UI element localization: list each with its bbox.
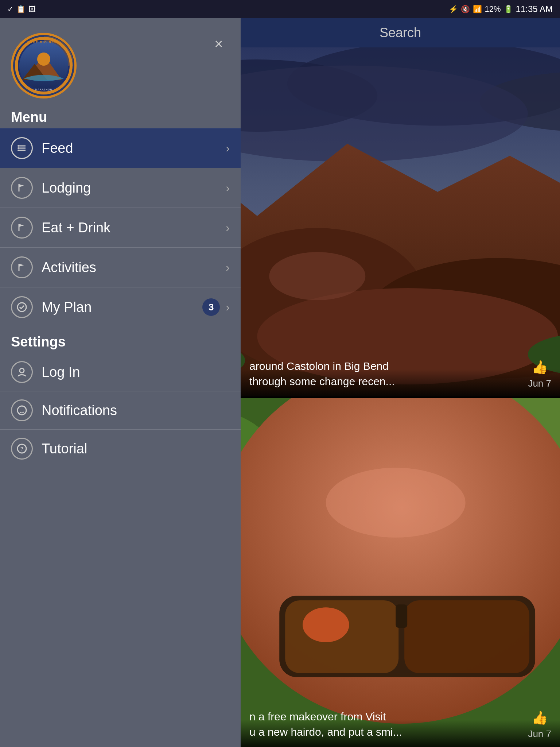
sidebar-item-lodging[interactable]: Lodging ›	[0, 168, 241, 208]
battery-indicator: 12%	[485, 4, 501, 14]
bluetooth-icon: ⚡	[449, 5, 458, 13]
svg-text:?: ?	[20, 446, 24, 452]
svg-rect-42	[404, 600, 529, 673]
sidebar: VISIT BIG BEND MARATHON × Menu Feed	[0, 18, 241, 747]
card-2-text: n a free makeover from Visit u a new hai…	[249, 709, 528, 740]
search-bar[interactable]: Search	[241, 18, 560, 47]
activities-flag-icon	[11, 256, 33, 278]
sidebar-item-eat-drink[interactable]: Eat + Drink ›	[0, 208, 241, 247]
settings-section: Settings Log In	[0, 330, 241, 468]
check-icon: ✓	[7, 5, 13, 13]
app-logo: VISIT BIG BEND MARATHON	[11, 33, 77, 98]
eat-drink-chevron: ›	[226, 221, 230, 235]
question-icon: ?	[11, 438, 33, 460]
tutorial-label: Tutorial	[42, 441, 87, 457]
settings-item-tutorial[interactable]: ? Tutorial	[0, 429, 241, 468]
login-label: Log In	[42, 364, 80, 380]
close-button[interactable]: ×	[208, 33, 230, 55]
clipboard-icon: 📋	[16, 5, 26, 13]
svg-point-10	[18, 145, 19, 147]
feed-card-2[interactable]: n a free makeover from Visit u a new hai…	[241, 398, 560, 747]
status-bar-right: ⚡ 🔇 📶 12% 🔋 11:35 AM	[449, 4, 553, 14]
like-icon-1[interactable]: 👍	[532, 360, 548, 375]
svg-point-17	[20, 368, 24, 373]
battery-icon: 🔋	[504, 5, 513, 13]
feed-chevron: ›	[226, 142, 230, 155]
svg-point-4	[37, 53, 50, 66]
settings-item-notifications[interactable]: Notifications	[0, 391, 241, 429]
search-label: Search	[380, 25, 421, 40]
signal-icon: 📶	[473, 5, 482, 13]
feed-label: Feed	[42, 140, 226, 156]
chat-icon	[11, 399, 33, 421]
activities-chevron: ›	[226, 261, 230, 274]
logo-area: VISIT BIG BEND MARATHON ×	[0, 18, 241, 106]
eat-drink-label: Eat + Drink	[42, 220, 226, 236]
content-area: Search	[241, 18, 560, 747]
main-layout: VISIT BIG BEND MARATHON × Menu Feed	[0, 18, 560, 747]
svg-point-12	[18, 150, 19, 151]
svg-text:MARATHON: MARATHON	[35, 88, 52, 91]
feed-container: around Castolon in Big Bend through some…	[241, 47, 560, 747]
sidebar-item-my-plan[interactable]: My Plan 3 ›	[0, 287, 241, 327]
eat-drink-flag-icon	[11, 217, 33, 239]
settings-item-login[interactable]: Log In	[0, 353, 241, 391]
lodging-flag-icon	[11, 177, 33, 199]
sidebar-item-feed[interactable]: Feed ›	[0, 128, 241, 168]
svg-point-41	[303, 607, 349, 642]
list-icon	[11, 137, 33, 159]
my-plan-badge: 3	[202, 298, 220, 316]
svg-text:VISIT BIG BEND: VISIT BIG BEND	[27, 40, 60, 44]
status-bar: ✓ 📋 🖼 ⚡ 🔇 📶 12% 🔋 11:35 AM	[0, 0, 560, 18]
my-plan-chevron: ›	[226, 301, 230, 314]
card-2-date: Jun 7	[528, 728, 551, 740]
image-icon: 🖼	[28, 5, 36, 13]
lodging-label: Lodging	[42, 180, 226, 196]
status-bar-left: ✓ 📋 🖼	[7, 5, 36, 13]
card-2-meta: 👍 Jun 7	[528, 710, 551, 740]
svg-point-11	[18, 147, 19, 149]
sidebar-item-activities[interactable]: Activities ›	[0, 247, 241, 287]
activities-label: Activities	[42, 260, 226, 275]
svg-point-32	[269, 252, 365, 300]
clock: 11:35 AM	[516, 4, 553, 14]
lodging-chevron: ›	[226, 181, 230, 195]
like-icon-2[interactable]: 👍	[532, 710, 548, 725]
card-2-overlay: n a free makeover from Visit u a new hai…	[241, 702, 560, 747]
notifications-label: Notifications	[42, 403, 117, 418]
settings-section-label: Settings	[0, 330, 241, 353]
my-plan-check-icon	[11, 296, 33, 318]
user-icon	[11, 361, 33, 383]
card-1-date: Jun 7	[528, 378, 551, 389]
svg-point-44	[326, 468, 466, 537]
mute-icon: 🔇	[461, 5, 470, 13]
my-plan-label: My Plan	[42, 299, 202, 315]
feed-card-1[interactable]: around Castolon in Big Bend through some…	[241, 47, 560, 396]
card-1-overlay: around Castolon in Big Bend through some…	[241, 351, 560, 396]
svg-point-18	[18, 406, 26, 415]
svg-rect-43	[396, 604, 407, 628]
menu-section-label: Menu	[0, 106, 241, 128]
card-1-text: around Castolon in Big Bend through some…	[249, 359, 528, 389]
card-1-meta: 👍 Jun 7	[528, 360, 551, 389]
